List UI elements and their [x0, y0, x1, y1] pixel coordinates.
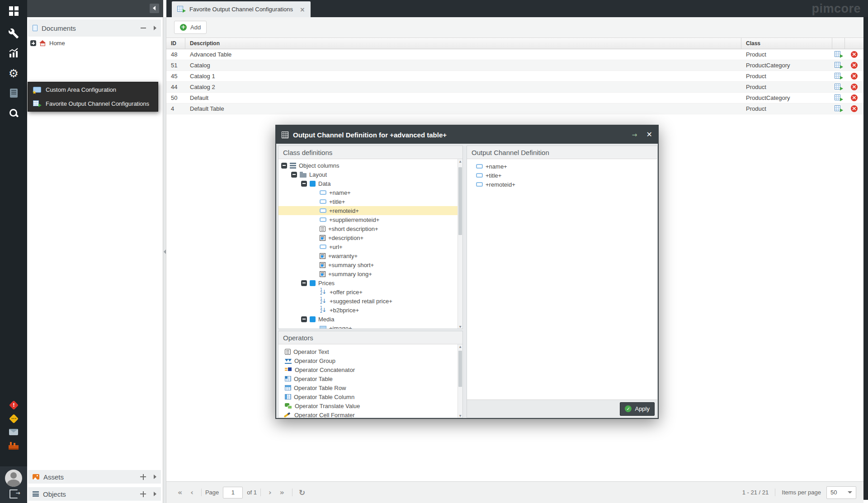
open-configuration-action[interactable]: [832, 105, 845, 112]
grid-row-44[interactable]: 44Catalog 2Product: [166, 82, 863, 93]
class-tree-item[interactable]: Media: [278, 315, 458, 324]
operator-item[interactable]: Operator Concatenator: [278, 365, 458, 374]
reports-button[interactable]: [0, 85, 27, 101]
context-menu-item-1[interactable]: Favorite Output Channel Configurations: [28, 97, 158, 111]
open-configuration-action[interactable]: [832, 62, 845, 69]
refresh-icon[interactable]: ↻: [296, 488, 308, 497]
class-tree-item[interactable]: +name+: [278, 188, 458, 197]
grid-row-45[interactable]: 45Catalog 1Product: [166, 71, 863, 82]
expand-right-icon[interactable]: [154, 475, 156, 479]
expand-plus-icon[interactable]: [30, 40, 36, 46]
column-header-description[interactable]: Description: [185, 38, 741, 49]
output-item[interactable]: +title+: [467, 171, 657, 180]
dialog-title-bar[interactable]: Output Channel Definition for +advanced …: [276, 126, 658, 144]
items-per-page-select[interactable]: 50: [826, 486, 856, 499]
panel-splitter[interactable]: [163, 17, 166, 503]
class-tree-item[interactable]: +image+: [278, 324, 458, 329]
class-tree-item[interactable]: Data: [278, 179, 458, 188]
delete-configuration-action[interactable]: [845, 105, 863, 112]
tab-favorite-output-channel-configurations[interactable]: Favorite Output Channel Configurations ×: [172, 1, 311, 17]
class-tree-item[interactable]: +summary long+: [278, 269, 458, 278]
operator-item[interactable]: Operator Table Row: [278, 383, 458, 392]
column-header-id[interactable]: ID: [166, 38, 185, 49]
class-tree-item[interactable]: Layout: [278, 170, 458, 179]
objects-panel-header[interactable]: Objects: [28, 487, 161, 501]
class-tree-item[interactable]: 12↓+suggested retail price+: [278, 296, 458, 306]
assets-panel-header[interactable]: Assets: [28, 470, 161, 484]
context-menu-item-0[interactable]: ★Custom Area Configuration: [28, 83, 158, 97]
operator-item[interactable]: Operator Translate Value: [278, 401, 458, 410]
collapse-panel-button[interactable]: [150, 4, 159, 13]
tab-close-icon[interactable]: ×: [300, 6, 305, 13]
expand-right-icon[interactable]: [154, 26, 156, 30]
collapse-minus-icon[interactable]: [291, 172, 297, 178]
factory-button[interactable]: [0, 437, 27, 454]
open-configuration-action[interactable]: [832, 94, 845, 101]
last-page-icon[interactable]: »: [276, 488, 288, 497]
delete-configuration-action[interactable]: [845, 73, 863, 80]
output-item[interactable]: +remoteid+: [467, 180, 657, 189]
operator-item[interactable]: Operator Cell Formater: [278, 410, 458, 418]
next-page-icon[interactable]: ›: [264, 488, 276, 497]
scrollbar-vertical[interactable]: [458, 344, 462, 418]
logout-button[interactable]: [0, 488, 27, 500]
splitter-grip-icon[interactable]: [164, 249, 166, 254]
collapse-minus-icon[interactable]: [301, 280, 307, 286]
user-profile-button[interactable]: [0, 469, 27, 487]
settings-button[interactable]: ⚙: [0, 65, 27, 81]
class-tree-item[interactable]: +title+: [278, 197, 458, 206]
class-tree-item[interactable]: +description+: [278, 233, 458, 242]
delete-configuration-action[interactable]: [845, 84, 863, 90]
column-header-class[interactable]: Class: [741, 38, 832, 49]
collapse-icon[interactable]: [141, 28, 146, 28]
documents-panel-header[interactable]: Documents: [28, 19, 161, 37]
class-tree-item[interactable]: +short description+: [278, 224, 458, 233]
operator-item[interactable]: Operator Table: [278, 374, 458, 383]
expand-right-icon[interactable]: [154, 492, 156, 496]
add-icon[interactable]: [140, 474, 146, 480]
open-configuration-action[interactable]: [832, 84, 845, 90]
first-page-icon[interactable]: «: [174, 488, 186, 497]
tools-button[interactable]: [0, 25, 27, 42]
scrollbar-vertical[interactable]: [458, 159, 462, 329]
tree-item-home[interactable]: Home: [30, 40, 65, 47]
collapse-minus-icon[interactable]: [281, 163, 287, 169]
add-icon[interactable]: [140, 491, 146, 497]
add-button[interactable]: Add: [174, 21, 207, 34]
main-menu-button[interactable]: [0, 3, 27, 19]
detach-arrow-icon[interactable]: →: [632, 132, 637, 138]
class-tree-item[interactable]: Prices: [278, 278, 458, 287]
delete-configuration-action[interactable]: [845, 51, 863, 58]
page-number-input[interactable]: [223, 487, 243, 498]
marketing-button[interactable]: [0, 45, 27, 61]
delete-configuration-action[interactable]: [845, 94, 863, 101]
search-button[interactable]: [0, 105, 27, 121]
grid-row-51[interactable]: 51CatalogProductCategory: [166, 60, 863, 71]
collapse-minus-icon[interactable]: [301, 181, 307, 187]
apply-button[interactable]: Apply: [620, 402, 655, 416]
class-tree-item[interactable]: 12↓+b2bprice+: [278, 306, 458, 315]
previous-page-icon[interactable]: ‹: [186, 488, 198, 497]
output-item[interactable]: +name+: [467, 162, 657, 171]
class-tree-item[interactable]: +url+: [278, 242, 458, 251]
open-configuration-action[interactable]: [832, 51, 845, 58]
grid-row-50[interactable]: 50DefaultProductCategory: [166, 93, 863, 103]
operator-item[interactable]: Operator Text: [278, 347, 458, 356]
delete-configuration-action[interactable]: [845, 62, 863, 69]
op-concat-icon: [285, 367, 292, 372]
operator-item[interactable]: Operator Table Column: [278, 392, 458, 401]
collapse-minus-icon[interactable]: [301, 316, 307, 322]
dialog-close-icon[interactable]: ✕: [646, 131, 652, 138]
class-tree-item[interactable]: +remoteid+: [278, 206, 458, 215]
class-tree-item[interactable]: 12↓+offer price+: [278, 287, 458, 296]
grid-row-48[interactable]: 48Advanced TableProduct: [166, 49, 863, 60]
class-tree-item[interactable]: +supplierremoteid+: [278, 215, 458, 224]
scrollbar-thumb[interactable]: [458, 351, 462, 387]
class-tree-item[interactable]: +warranty+: [278, 251, 458, 260]
class-tree-item[interactable]: Object columns: [278, 161, 458, 170]
operator-item[interactable]: Operator Group: [278, 356, 458, 365]
class-tree-item[interactable]: +summary short+: [278, 260, 458, 269]
open-configuration-action[interactable]: [832, 73, 845, 80]
grid-row-4[interactable]: 4Default TableProduct: [166, 103, 863, 114]
scrollbar-thumb[interactable]: [458, 167, 462, 235]
